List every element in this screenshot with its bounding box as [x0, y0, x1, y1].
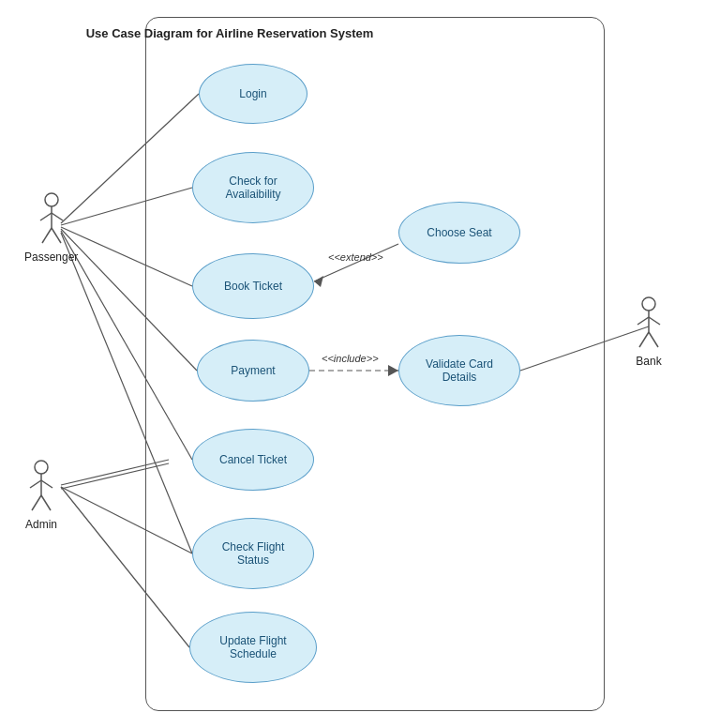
passenger-figure: [35, 192, 68, 249]
svg-line-17: [40, 213, 52, 220]
use-case-validate-card: Validate Card Details: [398, 335, 520, 406]
admin-figure: [24, 460, 58, 516]
system-title: Use Case Diagram for Airline Reservation…: [0, 26, 459, 40]
svg-line-26: [41, 495, 51, 510]
use-case-choose-seat: Choose Seat: [398, 202, 520, 264]
actor-admin: Admin: [24, 460, 58, 531]
diagram-container: Use Case Diagram for Airline Reservation…: [0, 0, 705, 728]
use-case-update-flight-schedule: Update Flight Schedule: [189, 612, 317, 683]
use-case-check-flight-status: Check Flight Status: [192, 518, 314, 589]
svg-line-31: [639, 332, 649, 347]
svg-line-25: [32, 495, 41, 510]
use-case-book-ticket: Book Ticket: [192, 253, 314, 319]
bank-label: Bank: [636, 355, 661, 368]
svg-point-27: [642, 297, 655, 311]
svg-line-32: [649, 332, 658, 347]
svg-line-23: [30, 480, 41, 488]
svg-line-24: [41, 480, 52, 488]
actor-bank: Bank: [632, 296, 666, 368]
svg-line-18: [52, 213, 63, 220]
use-case-login: Login: [199, 64, 308, 124]
use-case-check-availability: Check for Availaibility: [192, 152, 314, 223]
use-case-cancel-ticket: Cancel Ticket: [192, 429, 314, 491]
svg-line-30: [649, 317, 660, 325]
passenger-label: Passenger: [24, 250, 78, 264]
svg-point-15: [45, 193, 58, 206]
use-case-payment: Payment: [197, 340, 309, 402]
svg-line-20: [52, 228, 61, 243]
svg-line-19: [42, 228, 52, 243]
admin-label: Admin: [25, 518, 57, 531]
actor-passenger: Passenger: [24, 192, 78, 264]
extend-label: <<extend>>: [328, 251, 383, 263]
svg-point-21: [35, 461, 48, 474]
include-label: <<include>>: [322, 353, 379, 364]
bank-figure: [632, 296, 666, 353]
svg-line-29: [638, 317, 649, 325]
